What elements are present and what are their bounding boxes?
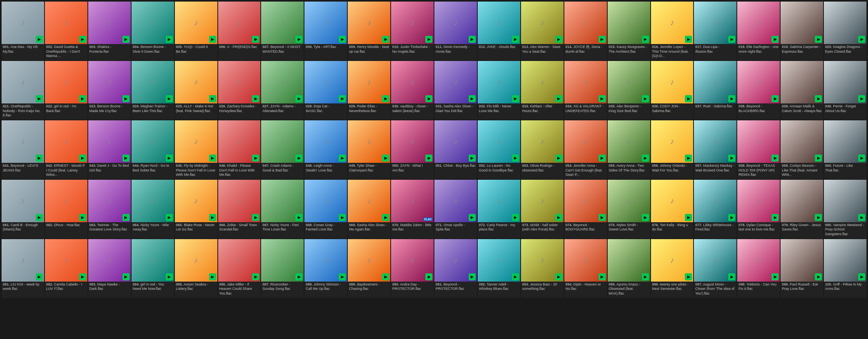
track-item[interactable]: ♪ ▶ 076. Tori Kelly - thing u do.flac	[651, 180, 694, 238]
track-item[interactable]: ♪ ▶ 020. Imagine Dragons - Eyes Closed.f…	[824, 2, 866, 60]
track-item[interactable]: ♪ ▶ 047. Crash Adams - Good & Bad.flac	[261, 120, 304, 179]
track-item[interactable]: ♪ ▶ 094. Diplo - Heaven or No.flac	[564, 239, 607, 298]
track-item[interactable]: ♪ ▶ 091. Beyoncé - PROTECTOR.flac	[434, 239, 477, 298]
track-item[interactable]: ♪ ▶ 017. Dua Lipa - Illusion.flac	[694, 2, 736, 60]
track-item[interactable]: ♪ ▶ 042. ERNEST - Would If I Could (feat…	[45, 120, 87, 179]
track-item[interactable]: ♪ ▶ 005. YUQI - Could It Be.flac	[175, 2, 217, 60]
track-item[interactable]: ♪ ▶ 010. Justin Timberlake - No Angels.f…	[391, 2, 434, 60]
track-item[interactable]: ♪ ▶ 008. Tyla - ART.flac	[304, 2, 347, 60]
track-item[interactable]: ♪ ▶ 004. Benson Boone - Slow It Down.fla…	[132, 2, 174, 60]
track-item[interactable]: ♪ ▶ 096. twenty one pilots - Next Semest…	[651, 239, 694, 298]
track-item[interactable]: ♪ ▶ 022. girl in red - I'm Back.flac	[45, 61, 87, 120]
track-item[interactable]: ♪ ▶ 067. Nicky Youre - Part Time Lover.f…	[261, 180, 304, 238]
track-item[interactable]: ♪ ▶ 072. Carly Pearce - my place.flac	[478, 180, 520, 238]
track-item[interactable]: ♪ ▶ 037. Ruel - Sabrina.flac	[694, 61, 736, 120]
track-item[interactable]: ♪ ▶ 029. Peder Elias - Nevertheless.flac	[348, 61, 390, 120]
track-item[interactable]: ♪ ▶ 099. Paul Russell - Eat Pray Love.fl…	[781, 239, 823, 298]
track-item[interactable]: ♪ ▶ 039. Armaan Malik & Calum Scott - Al…	[781, 61, 823, 120]
track-item[interactable]: ♪ ▶ 089. daydreamers - Chasing.flac	[348, 239, 390, 298]
track-item[interactable]: ♪ ▶ 027. ZAYN - Adams - Alienated.flac	[261, 61, 304, 120]
track-item[interactable]: ♪ ▶ 069. Sasha Alex Sloan - Me Again.fla…	[348, 180, 390, 238]
track-item[interactable]: ♪ ▶ 061. Cardi B - Enough (Miami).flac	[2, 180, 44, 238]
track-item[interactable]: ♪ ▶ 011. Devin Kennedy - Annie.flac	[434, 2, 477, 60]
track-item[interactable]: ♪ FLAC 070. Maddie Zahm - little me.flac	[391, 180, 434, 238]
track-item[interactable]: ♪ ▶ 035. Alec Benjamin - King Size Bed.f…	[608, 61, 650, 120]
track-item[interactable]: ♪ ▶ 016. Jennifer Lopez - This Time Arou…	[651, 2, 694, 60]
track-item[interactable]: ♪ ▶ 080. Vampire Weekend - Prep-School G…	[824, 180, 866, 238]
track-item[interactable]: ♪ ▶ 065. Blake Rose - Never Let Go.flac	[175, 180, 217, 238]
track-item[interactable]: ♪ ▶ 050. ZAYN - What I Am.flac	[391, 120, 434, 179]
track-item[interactable]: ♪ ▶ 068. Conan Gray - Fainted Love.flac	[304, 180, 347, 238]
track-item[interactable]: ♪ ▶ 007. Beyoncé - II MOST WANTED.flac	[261, 2, 304, 60]
track-item[interactable]: ♪ ▶ 012. JVKE - clouds.flac	[478, 2, 520, 60]
track-item[interactable]: ♪ ▶ 060. Future - Like That.flac	[824, 120, 866, 179]
track-item[interactable]: ♪ ▶ 074. Beyoncé - BODYGUARD.flac	[564, 180, 607, 238]
track-item[interactable]: ♪ ▶ 086. Jake Miller - If Heaven Could S…	[218, 239, 261, 298]
track-item[interactable]: ♪ ▶ 044. Ryan Hurd - Go to Bed Sober.fla…	[132, 120, 174, 179]
track-item[interactable]: ♪ ▶ 046. Khalid - Please Don't Fall In L…	[218, 120, 261, 179]
track-item[interactable]: ♪ ▶ 056. Johnny Orlando - Wait For You.f…	[651, 120, 694, 179]
track-item[interactable]: ♪ ▶ 081. LIU KOI - week by week.flac	[2, 239, 44, 298]
track-item[interactable]: ♪ ▶ 045. Fly by Midnight - Please Don't …	[175, 120, 217, 179]
track-item[interactable]: ♪ ▶ 073. slchld - half sober (with Alex …	[521, 180, 564, 238]
track-item[interactable]: ♪ ▶ 030. vaultboy - closer - salem (lees…	[391, 61, 434, 120]
track-item[interactable]: ♪ ▶ 041. Beyoncé - LEVI'S JEANS.flac	[2, 120, 44, 179]
track-item[interactable]: ♪ ▶ 006. V - FRI(END)S.flac	[218, 2, 261, 60]
track-item[interactable]: ♪ ▶ 075. Myles Smith - Sweet Love.flac	[608, 180, 650, 238]
track-item[interactable]: ♪ ▶ 098. Yokkorio - Can You Fix It.flac	[737, 239, 780, 298]
track-item[interactable]: ♪ ▶ 058. Beyoncé - TEXAS HOLD 'EM (PONY …	[737, 120, 780, 179]
track-item[interactable]: ♪ ▶ 026. Zachary Knowles - Honeydew.flac	[218, 61, 261, 120]
track-item[interactable]: ♪ ▶ 048. Leigh-Anne - Stealin' Love.flac	[304, 120, 347, 179]
track-item[interactable]: ♪ ▶ 090. Andra Day - PROTECTOR.flac	[391, 239, 434, 298]
track-item[interactable]: ♪ ▶ 087. Ricecooker - Sunday Song.flac	[261, 239, 304, 298]
track-item[interactable]: ♪ ▶ 028. Doja Cat - MASC.flac	[304, 61, 347, 120]
track-item[interactable]: ♪ ▶ 093. Jessica Baio - 20 something.fla…	[521, 239, 564, 298]
track-item[interactable]: ♪ ▶ 071. Omar Apollo - Spite.flac	[434, 180, 477, 238]
track-item[interactable]: ♪ ▶ 034. XG & VALORANT - UNDEFEATED.flac	[564, 61, 607, 120]
track-item[interactable]: ♪ ▶ 024. Meghan Trainor - Been Like This…	[132, 61, 174, 120]
track-item[interactable]: ♪ ▶ 051. Chloé - Boy Bye.flac	[434, 120, 477, 179]
track-item[interactable]: ♪ ▶ 054. Jennifer Anna - Can't Get Enoug…	[564, 120, 607, 179]
track-item[interactable]: ♪ ▶ 038. Beyoncé - BLACKBIRD.flac	[737, 61, 780, 120]
track-item[interactable]: ♪ ▶ 053. Olivia Rodrigo - obsessed.flac	[521, 120, 564, 179]
track-item[interactable]: ♪ ▶ 002. David Guetta & OneRepublic - I …	[45, 2, 87, 60]
track-item[interactable]: ♪ ▶ 083. Maya Hawke - Dark.flac	[88, 239, 131, 298]
track-item[interactable]: ♪ ▶ 036. CODY JON - Sabrina.flac	[651, 61, 694, 120]
track-item[interactable]: ♪ ▶ 032. Flo Milli - Never Lose Me.flac	[478, 61, 520, 120]
track-item[interactable]: ♪ ▶ 079. Riley Green - Jesus Saves.flac	[781, 180, 823, 238]
track-item[interactable]: ♪ ▶ 095. Ayumu Imazu - Obsessed (feat. M…	[608, 239, 650, 298]
track-item[interactable]: ♪ ▶ 025. ALLY - Make It Hot (feat. Pink …	[175, 61, 217, 120]
track-item[interactable]: ♪ ▶ 100. Griff - Pillow In My Arms.flac	[824, 239, 866, 298]
track-item[interactable]: ♪ ▶ 062. Dhruv - How.flac	[45, 180, 87, 238]
track-item[interactable]: ♪ ▶ 021. OneRepublic - Nobody - from Kai…	[2, 61, 44, 120]
track-item[interactable]: ♪ ▶ 097. August Moon - Closer (from 'The…	[694, 239, 736, 298]
track-item[interactable]: ♪ ▶ 003. Shakira - Punteria.flac	[88, 2, 131, 60]
track-item[interactable]: ♪ ▶ 023. Benson Boone - Made Me Cry.flac	[88, 61, 131, 120]
track-item[interactable]: ♪ ▶ 082. Camila Cabello - I LUV IT.flac	[45, 239, 87, 298]
track-item[interactable]: ♪ ▶ 078. Dylan Conrique - last one to lo…	[737, 180, 780, 238]
track-item[interactable]: ♪ ▶ 018. Elle Darlington - one more nigh…	[737, 2, 780, 60]
track-item[interactable]: ♪ ▶ 084. girl in red - You Need Me Now.f…	[132, 239, 174, 298]
track-item[interactable]: ♪ ▶ 063. Twinnie - The Greatest Love Sto…	[88, 180, 131, 238]
track-item[interactable]: ♪ ▶ 040. Perrie - Forget About Us.flac	[824, 61, 866, 120]
track-item[interactable]: ♪ ▶ 064. Nicky Youre - Mile Away.flac	[132, 180, 174, 238]
track-item[interactable]: ♪ ▶ 014. JOYCE 然, Dena - dumb af.flac	[564, 2, 607, 60]
track-item[interactable]: ♪ ▶ 066. Zolita - Small Town Scandal.fla…	[218, 180, 261, 238]
track-item[interactable]: ♪ ▶ 092. Tanner Adell - Whiskey Blues.fl…	[478, 239, 520, 298]
track-item[interactable]: ♪ ▶ 013. Alex Warren - Save You a Seat.f…	[521, 2, 564, 60]
track-item[interactable]: ♪ ▶ 077. Libby Whitehouse - Fired.flac	[694, 180, 736, 238]
track-item[interactable]: ♪ ▶ 085. Anson Seabra - Lottery.flac	[175, 239, 217, 298]
track-item[interactable]: ♪ ▶ 033. Kehlani - After Hours.flac	[521, 61, 564, 120]
track-item[interactable]: ♪ ▶ 015. Kacey Musgraves - The Architect…	[608, 2, 650, 60]
track-item[interactable]: ♪ ▶ 001. Ava Max - My Oh My.flac	[2, 2, 44, 60]
track-item[interactable]: ♪ ▶ 055. Avery Anna - Two Sides Of The S…	[608, 120, 650, 179]
track-item[interactable]: ♪ ▶ 031. Sasha Alex Sloan - Glad You Did…	[434, 61, 477, 120]
track-item[interactable]: ♪ ▶ 009. Henry Moodie - beat up car.flac	[348, 2, 390, 60]
track-item[interactable]: ♪ ▶ 049. Tyler Shaw - Clairvoyant.flac	[348, 120, 390, 179]
track-item[interactable]: ♪ ▶ 052. Lo Lauren - No Good in Goodbye.…	[478, 120, 520, 179]
track-item[interactable]: ♪ ▶ 019. Sabrina Carpenter - Espresso.fl…	[781, 2, 823, 60]
track-item[interactable]: ♪ ▶ 043. David J - Go To Bed Girl.flac	[88, 120, 131, 179]
track-item[interactable]: ♪ ▶ 057. Mackenzy Mackay - Wait Bruised …	[694, 120, 736, 179]
track-item[interactable]: ♪ ▶ 059. Corbyn Besson - Like That (feat…	[781, 120, 823, 179]
track-item[interactable]: ♪ ▶ 088. Johnny Stimson - Call Me Up.fla…	[304, 239, 347, 298]
